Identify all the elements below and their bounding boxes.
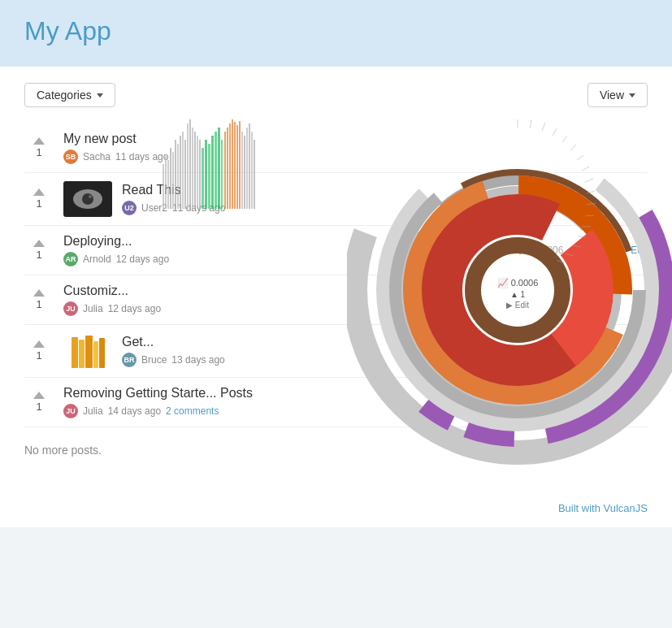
avatar: SB <box>63 149 78 164</box>
svg-rect-40 <box>79 340 85 368</box>
avatar: JU <box>63 404 78 418</box>
author-name: Julia <box>83 303 103 314</box>
edit-link[interactable]: Edit <box>631 245 648 256</box>
vote-block: 1 <box>24 137 54 158</box>
vote-count: 1 <box>36 298 41 310</box>
app-header: My App <box>0 0 672 67</box>
post-time: 11 days ago <box>115 151 168 162</box>
footer: Built with VulcanJS <box>0 489 672 527</box>
list-item: 1 Get...BRBruce13 days ago▶ 👁Edit <box>24 325 648 378</box>
upvote-arrow[interactable] <box>33 137 45 145</box>
vote-count: 1 <box>36 401 41 413</box>
post-info: Customiz...JUJulia12 days ago <box>63 284 648 316</box>
post-meta: ARArnold12 days ago <box>63 252 509 266</box>
list-item: 1 Removing Getting Starte... PostsJUJuli… <box>24 378 648 427</box>
avatar: U2 <box>122 201 137 215</box>
author-name: Julia <box>83 405 103 417</box>
toolbar: Categories View <box>24 83 648 107</box>
post-actions: 📈 0.0006 ▲ 1▶ 👁Edit <box>518 245 648 256</box>
upvote-arrow[interactable] <box>33 240 45 247</box>
post-title[interactable]: Deploying... <box>63 234 509 249</box>
svg-rect-41 <box>85 336 93 368</box>
svg-rect-42 <box>93 341 98 368</box>
post-meta: U2User211 days ago <box>122 201 648 215</box>
post-time: 13 days ago <box>171 354 224 366</box>
vote-block: 1 <box>24 392 54 413</box>
vote-count: 1 <box>36 349 41 362</box>
post-time: 12 days ago <box>108 303 161 314</box>
list-item: 1 Read ThisU2User211 days ago <box>24 173 648 226</box>
vote-count: 1 <box>36 197 41 210</box>
post-title[interactable]: Read This <box>122 183 648 197</box>
edit-link[interactable]: Edit <box>631 396 648 408</box>
vote-block: 1 <box>24 289 54 310</box>
post-title[interactable]: Get... <box>122 335 587 349</box>
upvote-arrow[interactable] <box>33 340 45 348</box>
author-name: User2 <box>141 202 167 214</box>
post-title[interactable]: My new post <box>63 132 648 146</box>
upvote-arrow[interactable] <box>33 289 45 297</box>
vote-block: 1 <box>24 240 54 261</box>
upvote-arrow[interactable] <box>33 392 45 399</box>
trend-icon: 📈 0.0006 <box>518 245 563 256</box>
edit-link[interactable]: Edit <box>631 345 648 357</box>
post-time: 12 days ago <box>116 253 169 265</box>
chevron-down-icon <box>97 93 103 97</box>
post-info: Removing Getting Starte... PostsJUJulia1… <box>63 386 509 418</box>
list-item: 1 Customiz...JUJulia12 days ago <box>24 275 648 325</box>
post-title[interactable]: Customiz... <box>63 284 648 298</box>
trend-up-icon: ▲ 1 <box>571 396 589 408</box>
post-info: Deploying...ARArnold12 days ago <box>63 234 509 266</box>
svg-point-38 <box>89 195 92 198</box>
upvote-arrow[interactable] <box>33 188 45 196</box>
cursor-icon: ▶ <box>597 245 605 256</box>
post-meta: JUJulia12 days ago <box>63 301 648 316</box>
app-title: My App <box>24 16 648 46</box>
post-meta: BRBruce13 days ago <box>122 353 587 367</box>
categories-button[interactable]: Categories <box>24 83 115 107</box>
post-time: 11 days ago <box>172 202 225 214</box>
post-title[interactable]: Removing Getting Starte... Posts <box>63 386 509 401</box>
cursor-icon: ▶ <box>597 396 605 408</box>
chevron-down-icon <box>629 93 635 97</box>
post-meta: SBSacha11 days ago <box>63 149 648 164</box>
post-time: 14 days ago <box>108 405 161 417</box>
post-info: Read ThisU2User211 days ago <box>122 183 648 215</box>
cursor-icon: ▶ <box>597 345 605 357</box>
post-actions: ▶ 👁Edit <box>597 345 648 357</box>
svg-point-37 <box>82 193 93 205</box>
vote-count: 1 <box>36 146 41 158</box>
view-button[interactable]: View <box>587 83 648 107</box>
no-more-posts: No more posts. <box>24 427 648 473</box>
svg-rect-43 <box>99 338 105 368</box>
vote-block: 1 <box>24 188 54 210</box>
author-name: Sacha <box>83 151 111 162</box>
post-info: My new postSBSacha11 days ago <box>63 132 648 164</box>
author-name: Arnold <box>83 253 111 265</box>
post-list: 1 My new postSBSacha11 days ago 1 Read T… <box>24 123 648 427</box>
author-name: Bruce <box>141 354 167 366</box>
avatar: JU <box>63 301 78 316</box>
trend-up-icon: ▲ 1 <box>571 245 589 256</box>
post-actions: 📈 0.0005 ▲ 1▶ 👁Edit <box>518 396 648 408</box>
trend-icon: 📈 0.0005 <box>518 396 563 408</box>
vote-block: 1 <box>24 340 54 362</box>
post-thumbnail <box>63 181 112 217</box>
eye-icon: 👁 <box>613 245 622 256</box>
list-item: 1 Deploying...ARArnold12 days ago📈 0.000… <box>24 226 648 275</box>
post-thumbnail <box>63 333 112 369</box>
avatar: AR <box>63 252 78 266</box>
list-item: 1 My new postSBSacha11 days ago <box>24 123 648 173</box>
post-info: Get...BRBruce13 days ago <box>122 335 587 367</box>
vote-count: 1 <box>36 249 41 261</box>
eye-icon: 👁 <box>613 396 622 408</box>
vulcanjs-link[interactable]: Built with VulcanJS <box>558 502 648 514</box>
comments-link[interactable]: 2 comments <box>166 405 219 417</box>
avatar: BR <box>122 353 137 367</box>
main-content: Categories View <box>0 67 672 489</box>
eye-icon: 👁 <box>613 345 622 357</box>
post-meta: JUJulia14 days ago2 comments <box>63 404 509 418</box>
svg-rect-39 <box>72 337 78 368</box>
